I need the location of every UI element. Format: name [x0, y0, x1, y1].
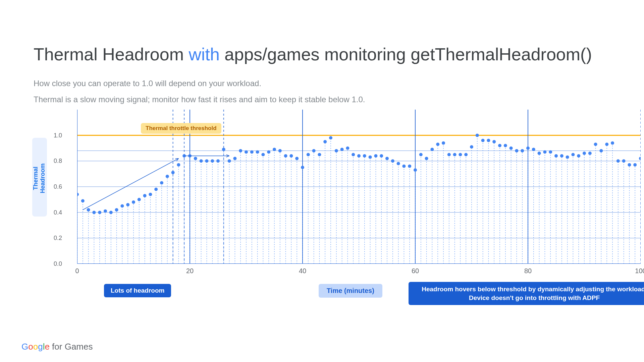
svg-point-142 — [425, 157, 428, 160]
svg-point-176 — [521, 149, 524, 153]
svg-point-174 — [515, 149, 518, 153]
svg-point-114 — [346, 146, 349, 150]
svg-point-130 — [391, 159, 394, 163]
svg-point-118 — [357, 154, 361, 158]
y-tick: 0.0 — [54, 260, 62, 267]
subtitle-line-2: Thermal is a slow moving signal; monitor… — [34, 94, 610, 106]
subtitle-line-1: How close you can operate to 1.0 will de… — [34, 77, 610, 89]
svg-point-196 — [577, 154, 580, 158]
svg-point-62 — [200, 159, 203, 163]
svg-point-20 — [81, 199, 85, 202]
svg-point-88 — [273, 148, 276, 151]
svg-point-30 — [109, 211, 113, 214]
svg-point-136 — [408, 165, 411, 168]
svg-point-40 — [138, 198, 141, 201]
svg-point-170 — [504, 144, 507, 147]
svg-point-68 — [216, 159, 220, 163]
svg-line-221 — [175, 159, 178, 159]
y-tick: 0.4 — [54, 209, 62, 216]
svg-point-116 — [352, 153, 355, 156]
svg-point-32 — [115, 208, 118, 212]
svg-point-60 — [194, 157, 197, 160]
svg-point-82 — [256, 150, 259, 154]
svg-point-128 — [385, 157, 389, 160]
svg-point-28 — [104, 209, 107, 213]
y-axis-label: Thermal Headroom — [32, 152, 46, 205]
svg-point-76 — [239, 149, 242, 153]
x-tick: 20 — [186, 267, 194, 275]
svg-point-36 — [126, 203, 129, 206]
svg-point-188 — [554, 154, 558, 158]
svg-point-48 — [160, 181, 163, 185]
svg-point-180 — [532, 148, 535, 151]
x-tick: 40 — [299, 267, 306, 275]
svg-point-92 — [284, 154, 287, 158]
svg-point-194 — [571, 153, 575, 156]
svg-point-80 — [250, 150, 254, 154]
svg-point-178 — [526, 146, 530, 150]
svg-point-192 — [566, 156, 569, 159]
svg-point-74 — [233, 157, 236, 160]
svg-point-50 — [166, 175, 169, 178]
x-tick: 80 — [524, 267, 532, 275]
svg-point-98 — [301, 166, 304, 169]
svg-point-126 — [380, 154, 383, 158]
svg-point-108 — [329, 136, 332, 139]
svg-point-154 — [459, 153, 462, 156]
svg-point-90 — [278, 149, 282, 153]
svg-point-104 — [318, 153, 321, 156]
y-tick: 0.2 — [54, 235, 62, 242]
svg-point-150 — [447, 153, 451, 156]
svg-point-172 — [509, 146, 513, 150]
svg-point-184 — [543, 150, 546, 154]
svg-point-84 — [261, 153, 265, 156]
svg-point-204 — [599, 149, 603, 153]
y-tick: 0.8 — [54, 158, 62, 165]
svg-point-72 — [228, 159, 231, 163]
svg-point-198 — [583, 152, 586, 155]
svg-point-96 — [295, 157, 299, 160]
svg-point-156 — [464, 153, 468, 156]
svg-point-162 — [481, 139, 485, 142]
svg-point-54 — [177, 163, 180, 167]
svg-point-216 — [633, 163, 637, 167]
svg-point-124 — [374, 154, 377, 158]
svg-point-160 — [476, 134, 479, 137]
svg-point-186 — [549, 150, 552, 154]
svg-point-26 — [98, 211, 101, 214]
svg-point-120 — [363, 154, 366, 158]
annotation-headroom: Lots of headroom — [104, 284, 171, 297]
chart: Thermal Headroom Thermal throttle thresh… — [57, 110, 610, 265]
svg-point-70 — [222, 148, 225, 151]
svg-point-44 — [149, 193, 152, 196]
svg-point-158 — [470, 145, 473, 148]
svg-point-182 — [538, 152, 541, 155]
svg-point-168 — [498, 144, 501, 147]
svg-point-214 — [628, 163, 631, 167]
threshold-label: Thermal throttle threshold — [141, 123, 221, 134]
svg-point-140 — [419, 153, 423, 156]
svg-point-164 — [487, 139, 490, 142]
svg-point-34 — [120, 204, 124, 208]
svg-point-132 — [397, 162, 400, 165]
svg-point-190 — [560, 154, 564, 158]
svg-point-18 — [77, 193, 79, 196]
svg-point-42 — [143, 194, 147, 197]
svg-point-66 — [211, 159, 214, 163]
svg-point-46 — [154, 188, 158, 191]
x-axis-label: Time (minutes) — [319, 284, 382, 298]
svg-point-218 — [639, 157, 641, 160]
svg-line-219 — [83, 159, 179, 210]
y-tick: 1.0 — [54, 132, 62, 139]
svg-point-148 — [442, 141, 445, 145]
svg-point-144 — [430, 148, 434, 151]
svg-point-112 — [340, 148, 344, 151]
svg-point-206 — [605, 143, 608, 146]
svg-point-94 — [289, 154, 293, 158]
svg-point-166 — [492, 140, 496, 143]
svg-point-24 — [92, 211, 96, 214]
svg-point-212 — [622, 159, 626, 163]
svg-point-100 — [307, 153, 310, 156]
svg-point-152 — [453, 153, 457, 156]
svg-point-146 — [436, 143, 439, 146]
